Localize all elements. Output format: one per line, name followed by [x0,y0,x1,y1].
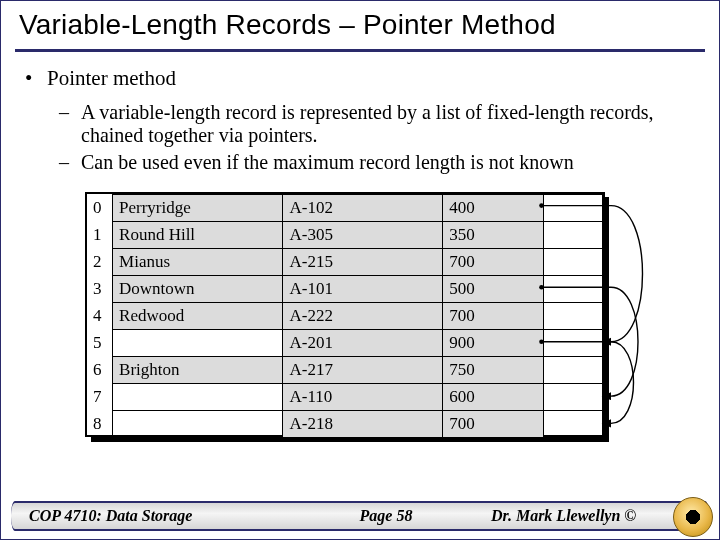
table-row: 1Round HillA-305350 [87,222,603,249]
row-pointer-cell [544,276,603,303]
row-pointer-cell [544,411,603,438]
row-amount: 600 [443,384,544,411]
row-account: A-102 [283,195,443,222]
row-account: A-215 [283,249,443,276]
bullet-level2: – Can be used even if the maximum record… [59,151,695,174]
row-amount: 700 [443,303,544,330]
row-index: 7 [87,384,113,411]
row-amount: 700 [443,249,544,276]
row-branch [113,411,283,438]
row-account: A-201 [283,330,443,357]
table-row: 5A-201900 [87,330,603,357]
row-amount: 700 [443,411,544,438]
row-pointer-cell [544,222,603,249]
row-amount: 750 [443,357,544,384]
record-figure: 0PerryridgeA-1024001Round HillA-3053502M… [83,190,679,448]
table-row: 3DowntownA-101500 [87,276,603,303]
sub1-text: A variable-length record is represented … [81,101,695,147]
table-row: 4RedwoodA-222700 [87,303,603,330]
row-account: A-110 [283,384,443,411]
table-row: 7A-110600 [87,384,603,411]
row-pointer-cell [544,384,603,411]
row-amount: 500 [443,276,544,303]
row-account: A-218 [283,411,443,438]
row-branch: Brighton [113,357,283,384]
table-row: 0PerryridgeA-102400 [87,195,603,222]
row-branch [113,330,283,357]
bullet-dot: • [25,66,37,91]
row-pointer-cell [544,303,603,330]
title-wrap: Variable-Length Records – Pointer Method [1,1,719,43]
row-index: 6 [87,357,113,384]
figure-shadow-bottom [91,437,609,442]
row-branch: Downtown [113,276,283,303]
record-table: 0PerryridgeA-1024001Round HillA-3053502M… [87,194,603,438]
bullet1-text: Pointer method [47,66,176,91]
row-index: 1 [87,222,113,249]
row-pointer-cell [544,195,603,222]
ucf-logo-icon [673,497,713,537]
footer: COP 4710: Data Storage Page 58 Dr. Mark … [1,497,719,539]
row-branch: Round Hill [113,222,283,249]
row-index: 5 [87,330,113,357]
dash-icon: – [59,151,71,174]
row-index: 3 [87,276,113,303]
table-row: 8A-218700 [87,411,603,438]
bullet-level2: – A variable-length record is represente… [59,101,695,147]
table-row: 6BrightonA-217750 [87,357,603,384]
row-pointer-cell [544,357,603,384]
slide-body: • Pointer method – A variable-length rec… [1,52,719,448]
row-amount: 350 [443,222,544,249]
row-index: 8 [87,411,113,438]
row-account: A-222 [283,303,443,330]
row-amount: 400 [443,195,544,222]
bullet-level1: • Pointer method [25,66,695,91]
row-branch: Redwood [113,303,283,330]
slide-title: Variable-Length Records – Pointer Method [19,9,701,41]
table-frame: 0PerryridgeA-1024001Round HillA-3053502M… [85,192,605,437]
row-branch: Perryridge [113,195,283,222]
footer-center: Page 58 [301,507,471,525]
table-row: 2MianusA-215700 [87,249,603,276]
row-index: 4 [87,303,113,330]
sub2-text: Can be used even if the maximum record l… [81,151,574,174]
row-branch: Mianus [113,249,283,276]
footer-left: COP 4710: Data Storage [11,507,301,525]
row-amount: 900 [443,330,544,357]
figure-shadow-right [603,197,609,441]
footer-row: COP 4710: Data Storage Page 58 Dr. Mark … [11,501,669,531]
row-index: 0 [87,195,113,222]
slide: Variable-Length Records – Pointer Method… [0,0,720,540]
row-pointer-cell [544,249,603,276]
row-account: A-217 [283,357,443,384]
footer-right: Dr. Mark Llewellyn © [471,507,669,525]
row-pointer-cell [544,330,603,357]
row-account: A-101 [283,276,443,303]
row-account: A-305 [283,222,443,249]
row-index: 2 [87,249,113,276]
row-branch [113,384,283,411]
dash-icon: – [59,101,71,147]
